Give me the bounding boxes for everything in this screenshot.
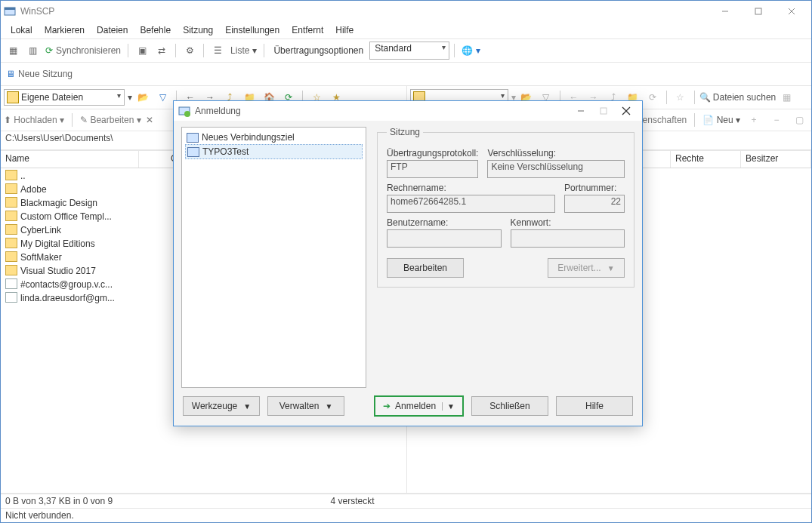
close-button[interactable] bbox=[775, 2, 808, 21]
login-button[interactable]: ➔ Anmelden ▼ bbox=[374, 395, 464, 417]
site-item[interactable]: Neues Verbindungsziel bbox=[185, 131, 363, 144]
site-label: Neues Verbindungsziel bbox=[202, 132, 295, 143]
separator bbox=[694, 113, 695, 127]
menu-befehle[interactable]: Befehle bbox=[134, 23, 176, 37]
encryption-select[interactable]: Keine Verschlüsselung bbox=[487, 160, 625, 178]
upload-button[interactable]: ⬆ Hochladen ▾ bbox=[4, 115, 64, 125]
filter-icon[interactable]: ▽ bbox=[153, 90, 171, 105]
separator bbox=[264, 44, 264, 57]
col-name[interactable]: Name bbox=[1, 151, 139, 168]
file-name: CyberLink bbox=[20, 225, 61, 235]
transfer-options-select[interactable]: Standard bbox=[369, 42, 449, 60]
bookmark-icon: ☆ bbox=[672, 90, 690, 105]
help-button[interactable]: Hilfe bbox=[556, 396, 633, 416]
dialog-minimize-button[interactable] bbox=[570, 101, 592, 121]
titlebar: WinSCP bbox=[1, 1, 811, 22]
site-item[interactable]: TYPO3Test bbox=[185, 144, 363, 159]
transfer-options-label: Übertragungsoptionen bbox=[269, 45, 368, 56]
main-window: WinSCP Lokal Markieren Dateien Befehle S… bbox=[0, 0, 812, 523]
tb-icon[interactable]: ▣ bbox=[133, 43, 151, 58]
globe-icon[interactable]: 🌐 ▾ bbox=[459, 43, 482, 58]
port-label: Portnummer: bbox=[564, 183, 625, 193]
dialog-icon bbox=[178, 105, 190, 117]
tb-icon[interactable]: ⇄ bbox=[153, 43, 171, 58]
new-button[interactable]: 📄 Neu ▾ bbox=[702, 115, 740, 125]
separator bbox=[175, 44, 176, 57]
menu-einstellungen[interactable]: Einstellungen bbox=[220, 23, 285, 37]
status-left: 0 B von 3,37 KB in 0 von 9 bbox=[5, 496, 331, 506]
file-name: Custom Office Templ... bbox=[20, 211, 112, 222]
menu-markieren[interactable]: Markieren bbox=[39, 23, 90, 37]
file-name: My Digital Editions bbox=[20, 238, 95, 249]
menu-lokal[interactable]: Lokal bbox=[5, 23, 38, 37]
delete-icon[interactable]: ✕ bbox=[146, 115, 153, 125]
separator bbox=[203, 44, 204, 57]
menu-sitzung[interactable]: Sitzung bbox=[178, 23, 218, 37]
port-input[interactable]: 22 bbox=[564, 195, 625, 213]
queue-icon[interactable]: ☰ bbox=[208, 43, 227, 58]
svg-rect-3 bbox=[755, 8, 761, 14]
statusbar: 0 B von 3,37 KB in 0 von 9 4 versteckt bbox=[1, 494, 811, 508]
file-name: Adobe bbox=[20, 184, 47, 195]
sync-button[interactable]: ⟳ Synchronisieren bbox=[43, 43, 123, 58]
separator bbox=[128, 44, 128, 57]
tools-button[interactable]: Werkzeuge▼ bbox=[183, 396, 260, 416]
properties-button[interactable]: genschaften bbox=[638, 115, 687, 125]
encryption-label: Verschlüsselung: bbox=[487, 148, 625, 158]
left-drive-combo[interactable]: Eigene Dateien bbox=[4, 89, 125, 106]
site-icon bbox=[187, 133, 199, 143]
transfer-options-value: Standard bbox=[375, 43, 412, 54]
search-files-button[interactable]: 🔍 Dateien suchen bbox=[699, 92, 776, 103]
file-name: Blackmagic Design bbox=[20, 198, 97, 208]
pass-label: Kennwort: bbox=[511, 217, 625, 228]
host-input[interactable]: home672664285.1 bbox=[387, 195, 555, 213]
tb-icon[interactable]: ▦ bbox=[4, 43, 22, 58]
menu-dateien[interactable]: Dateien bbox=[91, 23, 133, 37]
protocol-select[interactable]: FTP bbox=[387, 160, 478, 178]
svg-point-7 bbox=[184, 111, 190, 117]
liste-label: Liste bbox=[230, 45, 249, 56]
session-form: Sitzung Übertragungsprotokoll: FTP Versc… bbox=[377, 127, 634, 388]
tb-icon[interactable]: ▥ bbox=[23, 43, 42, 58]
left-drive-label: Eigene Dateien bbox=[21, 92, 83, 103]
protocol-label: Übertragungsprotokoll: bbox=[387, 148, 478, 158]
user-input[interactable] bbox=[387, 229, 502, 248]
tb-icon: ▦ bbox=[777, 90, 795, 105]
sites-list[interactable]: Neues VerbindungszielTYPO3Test bbox=[181, 127, 366, 388]
site-label: TYPO3Test bbox=[202, 146, 249, 157]
close-dialog-button[interactable]: Schließen bbox=[471, 396, 548, 416]
col-rights[interactable]: Rechte bbox=[671, 151, 741, 168]
tb-icon: ▢ bbox=[790, 112, 808, 128]
pass-input[interactable] bbox=[511, 229, 625, 248]
window-title: WinSCP bbox=[20, 6, 709, 17]
folder-open-icon[interactable]: 📂 bbox=[134, 90, 152, 105]
app-icon bbox=[4, 5, 16, 17]
tb-icon: − bbox=[767, 112, 786, 128]
dialog-maximize-button bbox=[592, 101, 615, 121]
session-legend: Sitzung bbox=[387, 127, 423, 137]
maximize-button[interactable] bbox=[742, 2, 775, 21]
col-owner[interactable]: Besitzer bbox=[741, 151, 811, 168]
menu-hilfe[interactable]: Hilfe bbox=[330, 23, 359, 37]
liste-button[interactable]: Liste ▾ bbox=[228, 43, 259, 58]
session-tabs: 🖥 Neue Sitzung bbox=[1, 63, 811, 86]
gear-icon[interactable]: ⚙ bbox=[181, 43, 199, 58]
manage-button[interactable]: Verwalten▼ bbox=[267, 396, 344, 416]
separator bbox=[454, 44, 455, 57]
new-session-label: Neue Sitzung bbox=[18, 69, 73, 79]
dialog-buttons: Werkzeuge▼ Verwalten▼ ➔ Anmelden ▼ Schli… bbox=[174, 388, 642, 426]
new-session-tab[interactable]: 🖥 Neue Sitzung bbox=[4, 66, 75, 82]
menu-entfernt[interactable]: Entfernt bbox=[286, 23, 329, 37]
minimize-button[interactable] bbox=[709, 2, 742, 21]
login-dialog: Anmeldung Neues VerbindungszielTYPO3Test… bbox=[173, 100, 643, 426]
dialog-title: Anmeldung bbox=[195, 106, 570, 116]
dialog-close-button[interactable] bbox=[615, 101, 638, 121]
edit-button[interactable]: ✎ Bearbeiten ▾ bbox=[80, 115, 141, 125]
file-name: .. bbox=[20, 171, 26, 181]
host-label: Rechnername: bbox=[387, 183, 555, 193]
separator bbox=[694, 91, 695, 104]
sync-label: Synchronisieren bbox=[56, 45, 121, 56]
status-mid: 4 versteckt bbox=[331, 496, 656, 506]
separator bbox=[666, 91, 667, 104]
edit-button[interactable]: Bearbeiten bbox=[387, 258, 464, 278]
